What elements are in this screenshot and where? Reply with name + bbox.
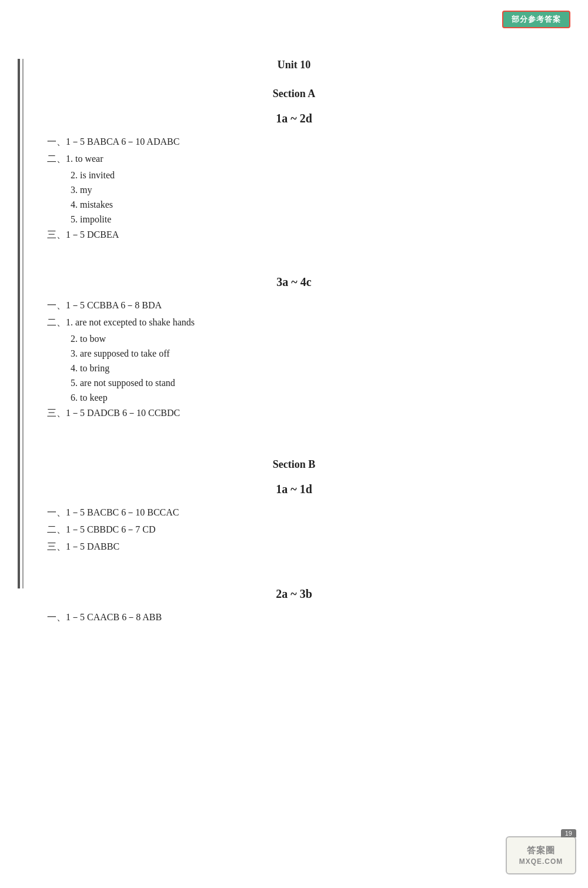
answer-text: 一、1－5 BACBC 6－10 BCCAC (47, 507, 179, 517)
answer-item-b4: 4. to bring (71, 363, 553, 374)
bottom-watermark: 19 答案圈 MXQE.COM (506, 829, 576, 876)
left-border (18, 59, 20, 588)
page-number-badge: 19 (561, 829, 576, 837)
answer-line-9: 三、1－5 DABBC (47, 541, 553, 553)
answer-text: 三、1－5 DADCB 6－10 CCBDC (47, 408, 180, 418)
answer-line-5: 二、1. are not excepted to shake hands (47, 317, 553, 329)
answer-line-1: 一、1－5 BABCA 6－10 ADABC (47, 136, 553, 148)
answer-item-2: 2. is invited (71, 170, 553, 181)
answer-item-b5: 5. are not supposed to stand (71, 378, 553, 388)
watermark-site: MXQE.COM (519, 857, 563, 866)
answer-text: 一、1－5 BABCA 6－10 ADABC (47, 137, 179, 147)
answer-text: 一、1－5 CAACB 6－8 ABB (47, 612, 162, 622)
answer-item-b6: 6. to keep (71, 393, 553, 403)
answer-line-10: 一、1－5 CAACB 6－8 ABB (47, 611, 553, 624)
answer-item-3: 3. my (71, 185, 553, 195)
answer-item-b2: 2. to bow (71, 334, 553, 344)
answer-text: 三、1－5 DCBEA (47, 230, 119, 240)
answer-line-6: 三、1－5 DADCB 6－10 CCBDC (47, 407, 553, 420)
unit-title: Unit 10 (35, 59, 553, 71)
answer-line-2: 二、1. to wear (47, 153, 553, 165)
subsection-1a2d-title: 1a ~ 2d (35, 112, 553, 125)
top-badge: 部分参考答案 (502, 11, 570, 28)
page-container: 部分参考答案 Unit 10 Section A 1a ~ 2d 一、1－5 B… (0, 0, 588, 888)
section-a-label: Section A (35, 88, 553, 100)
watermark-label: 答案圈 (527, 845, 555, 856)
watermark-box: 答案圈 MXQE.COM (506, 836, 576, 874)
answer-item-b3: 3. are supposed to take off (71, 348, 553, 359)
answer-line-8: 二、1－5 CBBDC 6－7 CD (47, 524, 553, 536)
left-line (22, 59, 24, 588)
answer-item-5: 5. impolite (71, 214, 553, 225)
subsection-3a4c-title: 3a ~ 4c (35, 275, 553, 289)
subsection-1a1d-title: 1a ~ 1d (35, 483, 553, 496)
answer-text: 二、1. are not excepted to shake hands (47, 317, 195, 327)
answer-text: 三、1－5 DABBC (47, 541, 119, 551)
answer-line-4: 一、1－5 CCBBA 6－8 BDA (47, 300, 553, 312)
answer-line-7: 一、1－5 BACBC 6－10 BCCAC (47, 507, 553, 519)
answer-item-4: 4. mistakes (71, 199, 553, 210)
section-b-label: Section B (35, 458, 553, 471)
answer-text: 二、1. to wear (47, 154, 103, 164)
subsection-2a3b-title: 2a ~ 3b (35, 587, 553, 601)
answer-text: 一、1－5 CCBBA 6－8 BDA (47, 300, 162, 310)
answer-line-3: 三、1－5 DCBEA (47, 229, 553, 241)
answer-text: 二、1－5 CBBDC 6－7 CD (47, 524, 155, 534)
